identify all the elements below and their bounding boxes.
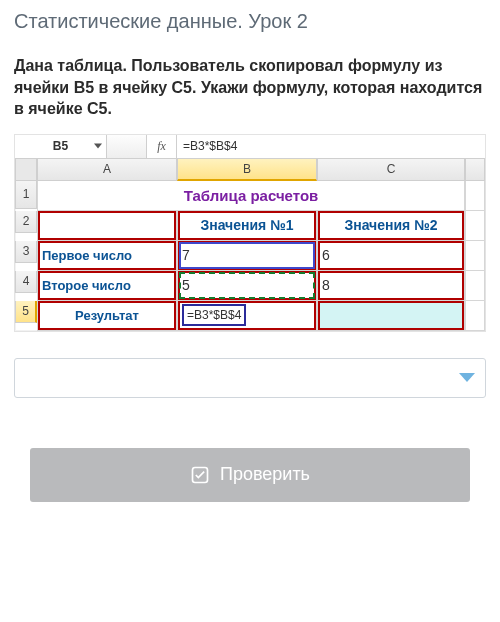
- chevron-down-icon: [459, 373, 475, 382]
- col-header-c[interactable]: C: [317, 159, 465, 181]
- name-box-value: B5: [53, 139, 68, 153]
- row-header-4[interactable]: 4: [15, 271, 37, 293]
- cell-empty: [465, 241, 485, 271]
- formula-bar-row: B5 fx =B3*$B$4: [15, 135, 485, 159]
- table-title: Таблица расчетов: [37, 181, 465, 211]
- row-header-1[interactable]: 1: [15, 181, 37, 209]
- cell-b2: Значения №1: [177, 211, 317, 241]
- col-header-extra: [465, 159, 485, 181]
- cell-empty: [465, 301, 485, 331]
- check-button[interactable]: Проверить: [30, 448, 470, 502]
- col-header-a[interactable]: A: [37, 159, 177, 181]
- cell-b5-active[interactable]: =B3*$B$4: [177, 301, 317, 331]
- name-box[interactable]: B5: [15, 135, 107, 158]
- fx-icon[interactable]: fx: [147, 135, 177, 158]
- cell-empty: [465, 271, 485, 301]
- col-header-b[interactable]: B: [177, 159, 317, 181]
- row-header-5[interactable]: 5: [15, 301, 37, 323]
- cell-a4: Второе число: [37, 271, 177, 301]
- cell-c3: 6: [317, 241, 465, 271]
- answer-dropdown[interactable]: [14, 358, 486, 398]
- cell-empty: [465, 211, 485, 241]
- chevron-down-icon: [94, 144, 102, 149]
- row-header-3[interactable]: 3: [15, 241, 37, 263]
- row-header-2[interactable]: 2: [15, 211, 37, 233]
- cell-c2: Значения №2: [317, 211, 465, 241]
- cell-a3: Первое число: [37, 241, 177, 271]
- cell-a5: Результат: [37, 301, 177, 331]
- check-icon: [190, 465, 210, 485]
- cell-b5-value: =B3*$B$4: [182, 304, 246, 326]
- spreadsheet: B5 fx =B3*$B$4 A B C 1 Таблица расчетов …: [14, 134, 486, 332]
- cell-b3: 7: [177, 241, 317, 271]
- question-text: Дана таблица. Пользователь скопировал фо…: [14, 55, 486, 120]
- check-button-label: Проверить: [220, 464, 310, 485]
- cell-a2: [37, 211, 177, 241]
- select-all-corner[interactable]: [15, 159, 37, 181]
- lesson-title: Статистические данные. Урок 2: [14, 10, 486, 33]
- formula-bar-input[interactable]: =B3*$B$4: [177, 135, 485, 158]
- cell-c4: 8: [317, 271, 465, 301]
- cell-c5: [317, 301, 465, 331]
- spreadsheet-grid: A B C 1 Таблица расчетов 2 Значения №1 З…: [15, 159, 485, 331]
- cell-empty: [465, 181, 485, 211]
- cell-b4: 5: [177, 271, 317, 301]
